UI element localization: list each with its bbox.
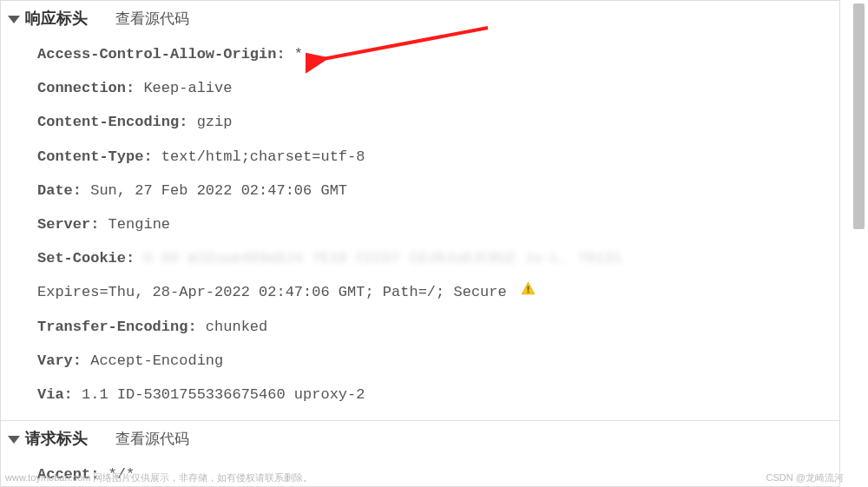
header-name: Transfer-Encoding: [37, 319, 197, 335]
response-headers-toggle[interactable]: 响应标头 查看源代码 [8, 6, 839, 34]
header-name: Set-Cookie: [37, 250, 135, 267]
request-section-title: 请求标头 [25, 428, 88, 449]
view-source-link[interactable]: 查看源代码 [115, 429, 189, 449]
header-value: Expires=Thu, 28-Apr-2022 02:47:06 GMT; P… [37, 284, 507, 300]
header-value: chunked [197, 319, 268, 335]
header-row: Server: Tengine [37, 207, 839, 241]
response-header-list: Access-Control-Allow-Origin: * Connectio… [8, 34, 839, 420]
set-cookie-continuation: Expires=Thu, 28-Apr-2022 02:47:06 GMT; P… [37, 275, 839, 309]
header-name: Content-Type: [37, 148, 153, 165]
svg-rect-2 [528, 292, 529, 293]
header-row: Content-Type: text/html;charset=utf-8 [37, 140, 839, 174]
request-headers-toggle[interactable]: 请求标头 查看源代码 [8, 426, 839, 454]
header-name: Server: [37, 216, 99, 233]
header-value: text/html;charset=utf-8 [153, 148, 365, 165]
response-headers-section: 响应标头 查看源代码 Access-Control-Allow-Origin: … [1, 1, 839, 420]
header-row: Content-Encoding: gzip [37, 105, 839, 139]
header-row: Connection: Keep-alive [37, 71, 839, 105]
watermark-left: www.toymoban.com 网络图片仅供展示，非存储，如有侵权请联系删除。 [5, 471, 312, 484]
header-value: Keep-alive [135, 80, 232, 96]
header-row: Date: Sun, 27 Feb 2022 02:47:06 GMT [37, 174, 839, 207]
header-name: Vary: [37, 352, 82, 369]
header-value: Tengine [99, 216, 170, 233]
header-name: Date: [37, 182, 82, 199]
header-row: Vary: Accept-Encoding [37, 344, 839, 378]
warning-icon[interactable] [521, 280, 536, 304]
header-value: Accept-Encoding [82, 352, 223, 369]
view-source-link[interactable]: 查看源代码 [115, 9, 189, 29]
header-row-set-cookie: Set-Cookie: O OO WJZuue489eDJ4 7E10 CCCO… [37, 241, 839, 275]
header-value: Sun, 27 Feb 2022 02:47:06 GMT [82, 182, 347, 199]
caret-down-icon [8, 436, 20, 444]
scrollbar-thumb[interactable] [853, 3, 865, 229]
header-name: Content-Encoding: [37, 114, 187, 130]
header-name: Access-Control-Allow-Origin: [37, 46, 286, 63]
svg-rect-1 [528, 286, 529, 291]
caret-down-icon [8, 16, 20, 23]
header-name: Via: [37, 386, 73, 403]
headers-panel: 响应标头 查看源代码 Access-Control-Allow-Origin: … [0, 0, 840, 487]
header-value: * [286, 46, 303, 63]
watermark-right: CSDN @龙崎流河 [766, 471, 844, 484]
header-row: Via: 1.1 ID-5301755336675460 uproxy-2 [37, 378, 839, 411]
header-name: Connection: [37, 80, 135, 96]
response-section-title: 响应标头 [25, 8, 88, 29]
header-value: 1.1 ID-5301755336675460 uproxy-2 [73, 386, 365, 403]
header-row: Transfer-Encoding: chunked [37, 310, 839, 344]
redacted-value: O OO WJZuue489eDJ4 7E10 CCCO7 CDJ0Ju0JC0… [143, 247, 621, 270]
header-value: gzip [187, 114, 232, 130]
header-row: Access-Control-Allow-Origin: * [37, 37, 839, 71]
